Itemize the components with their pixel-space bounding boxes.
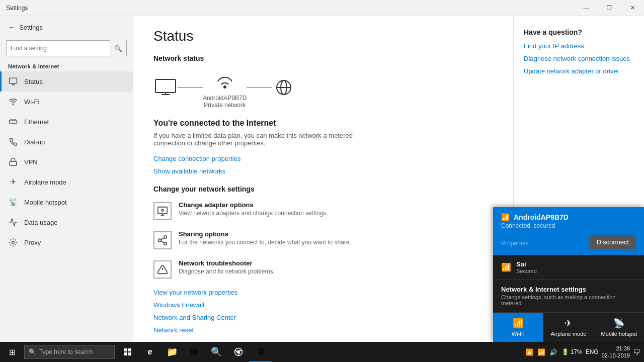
- taskbar-apps: e 📁 ✉ 🔍 ⚙: [117, 342, 272, 362]
- svg-point-11: [12, 241, 15, 244]
- svg-rect-4: [10, 120, 17, 123]
- hotspot-icon: 📡: [8, 197, 18, 207]
- sharing-center-link[interactable]: Network and Sharing Center: [153, 314, 493, 321]
- sidebar-item-proxy-label: Proxy: [24, 239, 41, 246]
- chrome-app[interactable]: [227, 342, 250, 362]
- sidebar-item-status-label: Status: [24, 78, 43, 85]
- sidebar-item-airplane-label: Airplane mode: [24, 178, 66, 186]
- change-connection-link[interactable]: Change connection properties: [153, 155, 493, 162]
- tray-clock: 21:38: [616, 345, 630, 352]
- network-diagram: AndroidAP9B7D Private network: [153, 70, 493, 109]
- flyout-airplane-action-icon: ✈: [565, 318, 572, 329]
- flyout-wifi-action[interactable]: 📶 Wi-Fi: [493, 313, 543, 342]
- sidebar-item-ethernet[interactable]: Ethernet: [0, 112, 133, 132]
- svg-rect-33: [128, 352, 131, 355]
- computer-icon: [153, 78, 178, 101]
- sidebar-item-vpn[interactable]: VPN: [0, 152, 133, 172]
- svg-line-27: [161, 238, 164, 240]
- sidebar-item-dialup-label: Dial-up: [24, 138, 45, 146]
- mail-app[interactable]: ✉: [183, 342, 205, 362]
- main-content: Status Network status: [133, 16, 513, 362]
- help-link-diagnose[interactable]: Diagnose network connection issues: [524, 55, 634, 62]
- battery-icon: 🔋: [561, 348, 569, 355]
- start-button[interactable]: ⊞: [0, 342, 24, 362]
- datausage-icon: [8, 217, 18, 227]
- taskbar-search[interactable]: 🔍 Type here to search: [24, 345, 115, 359]
- search-app[interactable]: 🔍: [205, 342, 227, 362]
- sidebar-item-dialup[interactable]: Dial-up: [0, 132, 133, 152]
- sidebar-item-wifi-label: Wi-Fi: [24, 98, 39, 106]
- svg-rect-0: [10, 78, 17, 83]
- status-icon: [8, 76, 18, 86]
- tray-language: ENG: [586, 348, 599, 355]
- edge-app[interactable]: e: [139, 342, 161, 362]
- help-link-ip[interactable]: Find your IP address: [524, 42, 634, 50]
- flyout-bottom-title: Network & Internet settings: [501, 286, 636, 293]
- explorer-app[interactable]: 📁: [161, 342, 183, 362]
- connected-message: You're connected to the Internet: [153, 119, 493, 128]
- svg-rect-19: [158, 207, 167, 214]
- back-button[interactable]: ← Settings: [0, 16, 133, 38]
- svg-rect-30: [124, 348, 127, 351]
- flyout-wifi-action-label: Wi-Fi: [512, 331, 525, 337]
- close-button[interactable]: ✕: [621, 0, 644, 16]
- sidebar-item-wifi[interactable]: Wi-Fi: [0, 92, 133, 112]
- tray-date: 02-10-2019: [602, 352, 630, 359]
- sidebar: ← Settings 🔍 Network & Internet Status W…: [0, 16, 133, 362]
- flyout-quick-actions: 📶 Wi-Fi ✈ Airplane mode 📡 Mobile hotspot: [493, 312, 644, 342]
- tray-network-tray-icon[interactable]: 📶: [536, 347, 546, 357]
- sidebar-item-datausage-label: Data usage: [24, 219, 58, 226]
- sharing-desc: For the networks you connect to, decide …: [179, 239, 351, 246]
- sidebar-app-title: Settings: [19, 24, 43, 31]
- sidebar-item-vpn-label: VPN: [24, 158, 38, 166]
- flyout-network-name: AndroidAP9B7D: [514, 213, 569, 221]
- network-reset-link[interactable]: Network reset: [153, 326, 493, 334]
- tray-time[interactable]: 21:38 02-10-2019: [602, 345, 630, 359]
- taskbar-search-icon: 🔍: [29, 348, 36, 355]
- network-flyout: 📶 AndroidAP9B7D Connected, secured Prope…: [493, 207, 644, 342]
- taskview-app[interactable]: [117, 342, 139, 362]
- flyout-network-status: Connected, secured: [501, 222, 636, 229]
- taskbar-tray: 🔼 📶 🔊 🔋 17% ENG 21:38 02-10-2019 🗨: [520, 342, 644, 362]
- search-input[interactable]: [7, 45, 110, 52]
- tray-volume-icon[interactable]: 🔊: [548, 347, 558, 357]
- maximize-button[interactable]: ❐: [598, 0, 621, 16]
- show-networks-link[interactable]: Show available networks: [153, 167, 493, 175]
- windows-firewall-link[interactable]: Windows Firewall: [153, 301, 493, 309]
- view-properties-link[interactable]: View your network properties: [153, 289, 493, 296]
- line1: [178, 87, 203, 88]
- settings-app[interactable]: ⚙: [250, 342, 272, 362]
- svg-line-26: [161, 241, 164, 243]
- flyout-properties-link[interactable]: Properties: [501, 240, 529, 247]
- battery-percent: 17%: [571, 348, 583, 355]
- diagram-computer: [153, 78, 178, 101]
- proxy-icon: [8, 237, 18, 247]
- flyout-airplane-action[interactable]: ✈ Airplane mode: [543, 313, 594, 342]
- adapter-title: Change adapter options: [179, 201, 328, 209]
- notification-icon[interactable]: 🗨: [633, 348, 640, 356]
- flyout-other-name: Sai: [516, 260, 537, 268]
- flyout-other-network[interactable]: 📶 Sai Secured: [493, 255, 644, 279]
- connected-sub: If you have a limited data plan, you can…: [153, 132, 375, 147]
- wifi-diagram-icon: [213, 70, 237, 93]
- help-link-driver[interactable]: Update network adapter or driver: [524, 67, 634, 75]
- minimize-button[interactable]: —: [575, 0, 598, 16]
- help-title: Have a question?: [524, 28, 634, 36]
- adapter-desc: View network adapters and change connect…: [179, 210, 328, 217]
- flyout-mobile-action-label: Mobile hotspot: [601, 331, 637, 337]
- flyout-mobile-action-icon: 📡: [613, 318, 624, 329]
- sidebar-item-datausage[interactable]: Data usage: [0, 212, 133, 232]
- search-button[interactable]: 🔍: [110, 40, 126, 56]
- search-box[interactable]: 🔍: [6, 40, 127, 56]
- flyout-mobile-action[interactable]: 📡 Mobile hotspot: [594, 313, 644, 342]
- sidebar-item-airplane[interactable]: ✈ Airplane mode: [0, 172, 133, 192]
- adapter-settings-item: Change adapter options View network adap…: [153, 201, 493, 220]
- flyout-other-wifi-icon: 📶: [501, 262, 511, 272]
- sidebar-item-status[interactable]: Status: [0, 71, 133, 92]
- flyout-disconnect-button[interactable]: Disconnect: [590, 235, 636, 249]
- sidebar-item-hotspot[interactable]: 📡 Mobile hotspot: [0, 192, 133, 212]
- tray-battery[interactable]: 🔋 17%: [561, 348, 583, 355]
- svg-point-25: [164, 242, 167, 245]
- flyout-bottom: Network & Internet settings Change setti…: [493, 279, 644, 312]
- sidebar-item-proxy[interactable]: Proxy: [0, 232, 133, 252]
